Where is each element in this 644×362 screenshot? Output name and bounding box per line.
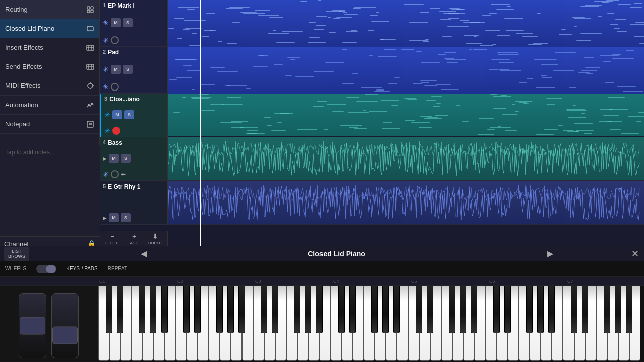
track-header-3: 3 Clos...iano ✳ M S ✳	[100, 94, 168, 137]
black-key[interactable]	[460, 286, 466, 333]
track-2-mute[interactable]: M	[111, 65, 121, 74]
black-key[interactable]	[504, 286, 511, 333]
black-key[interactable]	[371, 286, 378, 333]
track-4-solo[interactable]: S	[121, 154, 131, 163]
track-3-plugin-icon[interactable]: ✳	[104, 111, 110, 119]
track-5-mute[interactable]: M	[109, 213, 119, 222]
mod-wheel-knob	[52, 327, 78, 344]
track-3-solo[interactable]: S	[124, 110, 134, 119]
sidebar-item-closed-lid-piano[interactable]: Closed Lid Piano	[0, 19, 99, 38]
track-bottom-controls: − DELETE + ADD ⬇ DUPLC	[100, 231, 168, 246]
black-key[interactable]	[338, 286, 345, 333]
black-key[interactable]	[615, 286, 621, 333]
black-key[interactable]	[571, 286, 577, 333]
keyboard-close-button[interactable]: ✕	[631, 248, 639, 259]
black-key[interactable]	[349, 286, 356, 333]
black-key[interactable]	[526, 286, 533, 333]
keyboard-next-button[interactable]: ▶	[547, 249, 553, 258]
pitch-wheel[interactable]	[19, 293, 46, 358]
list-brows-button[interactable]: LIST BROWS	[4, 247, 29, 261]
track-4-record[interactable]	[111, 170, 119, 178]
black-key[interactable]	[582, 286, 588, 333]
track-4-fx-icon[interactable]: ✳	[103, 170, 109, 178]
sidebar-item-notepad[interactable]: Notepad	[0, 115, 99, 134]
track-2-solo[interactable]: S	[123, 65, 133, 74]
track-2-pattern[interactable]	[168, 47, 644, 94]
black-key[interactable]	[194, 286, 201, 333]
track-3-fx-icon[interactable]: ✳	[104, 127, 110, 135]
mod-wheel[interactable]	[51, 293, 79, 358]
black-key[interactable]	[626, 286, 632, 333]
black-key[interactable]	[227, 286, 234, 333]
automation-icon	[85, 100, 95, 110]
wheels-control[interactable]: WHEELS	[5, 266, 26, 272]
track-2-fx-icon[interactable]: ✳	[103, 83, 109, 91]
svg-point-20	[91, 103, 93, 104]
black-key[interactable]	[316, 286, 323, 333]
track-1-pattern[interactable]	[168, 0, 644, 47]
track-3-pattern[interactable]	[168, 94, 644, 136]
track-3-mute[interactable]: M	[112, 110, 122, 119]
track-name-5: E Gtr Rhy 1	[108, 183, 140, 190]
black-key[interactable]	[238, 286, 245, 333]
black-key[interactable]	[150, 286, 156, 333]
black-key[interactable]	[139, 286, 145, 333]
notepad-icon	[85, 119, 95, 129]
sidebar-item-insert-effects[interactable]: Insert Effects	[0, 38, 99, 57]
notepad-content[interactable]: Tap to add notes...	[0, 145, 100, 238]
track-2-record[interactable]	[111, 83, 119, 91]
black-key[interactable]	[493, 286, 500, 333]
track-4-play-icon[interactable]: ▶	[103, 156, 107, 161]
black-key[interactable]	[393, 286, 400, 333]
track-1-solo[interactable]: S	[123, 18, 133, 27]
sidebar-item-routing[interactable]: Routing	[0, 0, 99, 19]
black-key[interactable]	[183, 286, 190, 333]
track-5-solo[interactable]: S	[121, 213, 131, 222]
track-5-play-icon[interactable]: ▶	[103, 215, 107, 221]
track-2-plugin-icon[interactable]: ✳	[103, 65, 109, 73]
keys-pads-control[interactable]: KEYS / PADS	[66, 266, 98, 272]
black-key[interactable]	[471, 286, 477, 333]
track-1-mute[interactable]: M	[111, 18, 121, 27]
duplicate-track-button[interactable]: ⬇ DUPLC	[148, 232, 162, 245]
black-key[interactable]	[216, 286, 223, 333]
note-label-c4: C4	[332, 279, 410, 284]
delete-track-button[interactable]: − DELETE	[105, 232, 120, 245]
black-key[interactable]	[449, 286, 455, 333]
black-key[interactable]	[427, 286, 433, 333]
black-key[interactable]	[537, 286, 544, 333]
black-key[interactable]	[548, 286, 555, 333]
black-key[interactable]	[294, 286, 300, 333]
track-1-record[interactable]	[111, 36, 119, 44]
black-key[interactable]	[604, 286, 610, 333]
track-1-fx-icon[interactable]: ✳	[103, 36, 109, 44]
sidebar-item-midi-effects[interactable]: MIDI Effects	[0, 76, 99, 96]
black-key[interactable]	[117, 286, 123, 333]
keys-pads-toggle[interactable]	[36, 265, 56, 273]
add-track-button[interactable]: + ADD	[130, 232, 139, 245]
black-key[interactable]	[382, 286, 389, 333]
repeat-control[interactable]: REPEAT	[108, 266, 127, 272]
track-1-plugin-icon[interactable]: ✳	[103, 19, 109, 27]
wheels-area	[0, 286, 98, 362]
black-key[interactable]	[106, 286, 112, 333]
track-number-2: 2	[103, 49, 106, 55]
track-4-pattern[interactable]	[168, 137, 644, 180]
keyboard-prev-button[interactable]: ◀	[141, 249, 147, 258]
black-key[interactable]	[261, 286, 267, 333]
black-key[interactable]	[161, 286, 168, 333]
black-key[interactable]	[305, 286, 311, 333]
note-labels-row: C1C2C3C4C5C6C7	[0, 277, 644, 286]
svg-rect-1	[91, 7, 93, 9]
black-key[interactable]	[272, 286, 278, 333]
track-name-1: EP Mark I	[108, 2, 135, 9]
keyboard-section: LIST BROWS ◀ Closed Lid Piano ▶ ✕ WHEELS…	[0, 246, 644, 362]
track-4-arrow-icon[interactable]: ⬅	[121, 171, 126, 178]
track-5-pattern[interactable]	[168, 181, 644, 224]
sidebar-item-send-effects[interactable]: Send Effects	[0, 57, 99, 76]
note-label-c2: C2	[176, 279, 254, 284]
black-key[interactable]	[416, 286, 422, 333]
track-3-record[interactable]	[112, 127, 120, 135]
sidebar-item-automation[interactable]: Automation	[0, 96, 99, 115]
track-4-mute[interactable]: M	[109, 154, 119, 163]
